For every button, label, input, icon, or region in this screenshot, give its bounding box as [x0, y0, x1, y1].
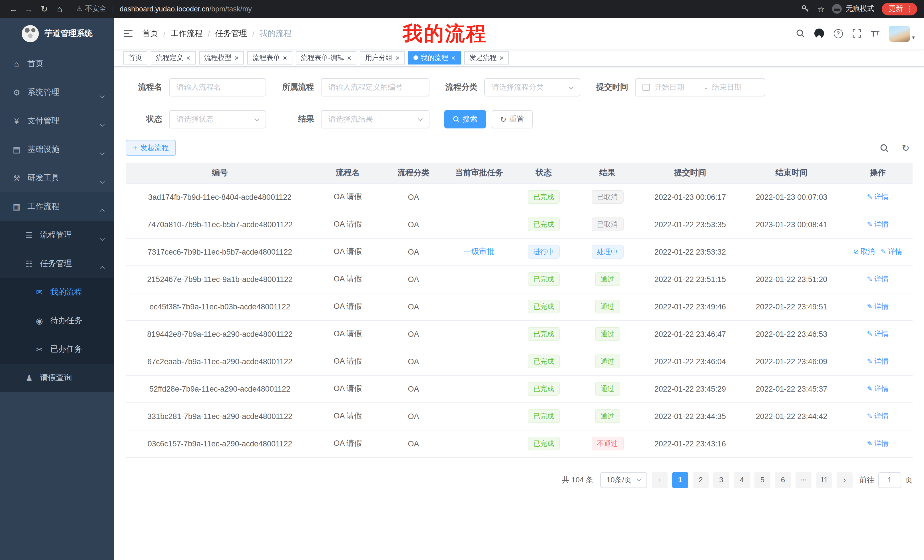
close-icon[interactable]: × [186, 54, 190, 61]
browser-forward-icon[interactable]: → [21, 1, 36, 16]
cell-result: 处理中 [574, 238, 640, 265]
result-tag: 通过 [595, 355, 620, 368]
sidebar-item-task-mgmt[interactable]: ☷任务管理 [0, 250, 114, 278]
help-icon[interactable]: ? [834, 29, 843, 38]
page-button-5[interactable]: 5 [754, 472, 770, 488]
breadcrumb-home[interactable]: 首页 [142, 28, 158, 39]
page-button-4[interactable]: 4 [734, 472, 750, 488]
close-icon[interactable]: × [283, 54, 287, 61]
avatar[interactable] [889, 25, 910, 41]
breadcrumb-task-management[interactable]: 任务管理 [215, 28, 247, 39]
page-button-11[interactable]: 11 [816, 472, 832, 488]
detail-action[interactable]: ✎详情 [867, 357, 889, 365]
sidebar-item-my-process[interactable]: ✉我的流程 [0, 278, 114, 307]
key-icon[interactable] [801, 4, 810, 13]
detail-action[interactable]: ✎详情 [867, 302, 889, 310]
page-button-3[interactable]: 3 [713, 472, 729, 488]
next-page-button[interactable]: › [837, 472, 853, 488]
tab-process-form[interactable]: 流程表单× [247, 51, 292, 64]
hamburger-icon[interactable] [123, 29, 133, 38]
chevron-down-icon [100, 150, 104, 159]
process-definition-input[interactable]: 请输入流程定义的编号 [321, 78, 429, 96]
page-button-2[interactable]: 2 [693, 472, 709, 488]
sidebar-item-infrastructure[interactable]: ▤基础设施 [0, 135, 114, 164]
more-pages-icon[interactable]: ⋯ [795, 472, 812, 488]
main-area: 首页/ 工作流程/ 任务管理/ 我的流程 我的流程 ? TT [114, 18, 924, 560]
address-bar[interactable]: ⚠ 不安全 | dashboard.yudao.iocoder.cn/bpm/t… [76, 4, 801, 14]
page-size-select[interactable]: 10条/页 [600, 472, 647, 488]
font-size-icon[interactable]: TT [871, 29, 879, 38]
tab-process-form-edit[interactable]: 流程表单-编辑× [296, 51, 357, 64]
start-process-button[interactable]: + 发起流程 [126, 140, 176, 156]
close-icon[interactable]: × [347, 54, 351, 61]
page-button-6[interactable]: 6 [775, 472, 791, 488]
sidebar-item-todo-tasks[interactable]: ◉待办任务 [0, 307, 114, 335]
status-select[interactable]: 请选择状态 [169, 110, 266, 129]
tab-my-process[interactable]: 我的流程× [408, 51, 460, 64]
detail-action[interactable]: ✎详情 [867, 275, 889, 283]
reset-button[interactable]: ↻ 重置 [492, 110, 533, 129]
cell-end-time: 2022-01-22 23:49:51 [740, 293, 843, 320]
sidebar-item-label: 首页 [27, 59, 44, 69]
column-header-5: 结果 [574, 163, 640, 183]
fullscreen-icon[interactable] [852, 29, 861, 38]
close-icon[interactable]: × [234, 54, 239, 61]
close-icon[interactable]: × [451, 54, 455, 61]
goto-page-input[interactable]: 1 [878, 472, 901, 488]
sidebar-item-leave-query[interactable]: ♟请假查询 [0, 364, 114, 392]
browser-reload-icon[interactable]: ↻ [36, 1, 52, 16]
cell-actions: ✎详情 [843, 265, 913, 293]
user-menu[interactable]: ▾ [889, 25, 915, 41]
sidebar-item-done-tasks[interactable]: ✂已办任务 [0, 335, 114, 364]
tab-process-definition[interactable]: 流程定义× [151, 51, 196, 64]
yen-icon: ¥ [11, 117, 22, 126]
tab-user-group[interactable]: 用户分组× [360, 51, 405, 64]
detail-action[interactable]: ✎详情 [867, 385, 889, 392]
toggle-search-icon[interactable] [877, 141, 891, 155]
table-row: 331bc281-7b9a-11ec-a290-acde48001122OA 请… [126, 403, 913, 430]
result-select[interactable]: 请选择流结果 [321, 110, 429, 129]
tab-start-process[interactable]: 发起流程× [464, 51, 509, 64]
submit-time-range-picker[interactable]: 开始日期 - 结束日期 [635, 78, 765, 96]
browser-menu-kebab-icon[interactable]: ⋮ [906, 4, 913, 13]
browser-back-icon[interactable]: ← [6, 1, 21, 16]
detail-action[interactable]: ✎详情 [867, 329, 889, 338]
detail-action[interactable]: ✎详情 [867, 193, 889, 201]
cell-actions: ✎详情 [843, 183, 913, 211]
page-button-1[interactable]: 1 [672, 472, 688, 488]
process-name-input[interactable]: 请输入流程名 [169, 78, 266, 96]
bookmark-star-icon[interactable]: ☆ [818, 4, 825, 13]
detail-action[interactable]: ✎详情 [867, 220, 889, 228]
detail-action[interactable]: ✎详情 [867, 439, 889, 447]
sidebar-item-process-mgmt[interactable]: ☰流程管理 [0, 221, 114, 250]
detail-action[interactable]: ✎详情 [867, 412, 889, 420]
prev-page-button[interactable]: ‹ [652, 472, 668, 488]
sidebar-item-payment-mgmt[interactable]: ¥支付管理 [0, 107, 114, 135]
tab-process-model[interactable]: 流程模型× [199, 51, 244, 64]
close-icon[interactable]: × [396, 54, 400, 61]
process-category-select[interactable]: 请选择流程分类 [484, 78, 580, 96]
cell-submit-time: 2022-01-22 23:46:47 [640, 320, 740, 347]
breadcrumb-workflow[interactable]: 工作流程 [171, 28, 203, 39]
cell-category: OA [381, 320, 446, 347]
cell-result: 通过 [574, 320, 640, 347]
update-button[interactable]: 更新 ⋮ [882, 3, 917, 15]
refresh-table-icon[interactable]: ↻ [899, 141, 913, 155]
sidebar-item-home[interactable]: ⌂首页 [0, 49, 114, 78]
search-icon[interactable] [796, 29, 804, 38]
sidebar-item-label: 任务管理 [40, 259, 72, 269]
sidebar-item-workflow[interactable]: ▦工作流程 [0, 192, 114, 221]
navbar-right-icons: ? TT ▾ [796, 25, 915, 41]
detail-action[interactable]: ✎详情 [880, 247, 902, 256]
tab-home[interactable]: 首页 [123, 51, 147, 64]
close-icon[interactable]: × [500, 54, 504, 61]
github-icon[interactable] [814, 28, 824, 38]
browser-home-icon[interactable]: ⌂ [52, 1, 68, 16]
sidebar-item-system-mgmt[interactable]: ⚙系统管理 [0, 78, 114, 107]
sidebar-item-dev-tools[interactable]: ⚒研发工具 [0, 164, 114, 192]
cancel-action[interactable]: ⊘取消 [853, 247, 875, 256]
search-button[interactable]: 搜索 [444, 110, 486, 129]
cell-process-name: OA 请假 [314, 320, 381, 347]
not-secure-warning-icon: ⚠ [76, 5, 82, 13]
current-task-link[interactable]: 一级审批 [464, 247, 495, 256]
